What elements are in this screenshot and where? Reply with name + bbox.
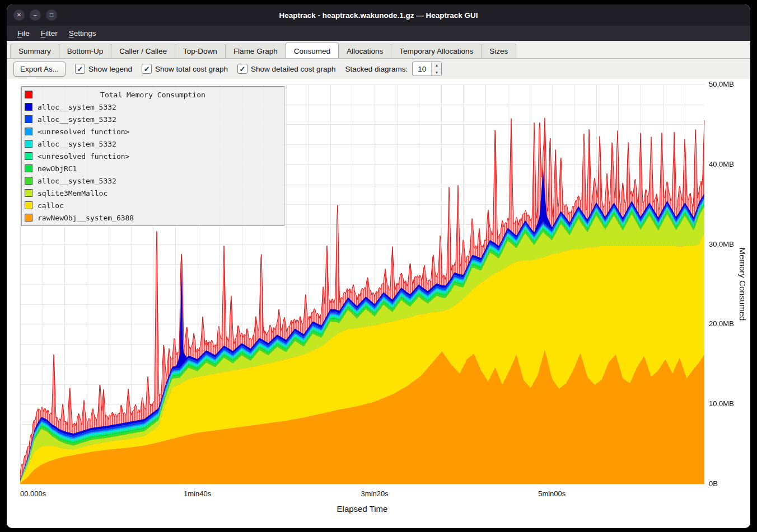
tab-allocations[interactable]: Allocations: [338, 44, 391, 58]
legend-swatch: [25, 115, 32, 123]
checkbox-label: Show total cost graph: [155, 65, 228, 73]
legend-swatch: [25, 164, 32, 172]
maximize-button-icon[interactable]: □: [46, 10, 57, 21]
legend-label: alloc__system_5332: [38, 115, 116, 124]
stacked-diagrams-spinbox[interactable]: 10 ▲▼: [412, 62, 442, 76]
legend-label: newObjRC1: [38, 164, 77, 173]
checkbox-icon: ✓: [142, 64, 152, 74]
legend-item: alloc__system_5332: [22, 175, 284, 187]
spin-up-icon[interactable]: ▲: [432, 62, 441, 69]
legend-swatch: [25, 128, 32, 135]
tab-consumed[interactable]: Consumed: [286, 43, 339, 58]
checkbox-label: Show detailed cost graph: [251, 65, 336, 73]
window-controls: ✕–□: [13, 10, 57, 21]
legend-label: alloc__system_5332: [38, 103, 116, 111]
legend-label: calloc: [38, 201, 64, 210]
legend-swatch: [25, 91, 32, 98]
legend-label: sqlite3MemMalloc: [38, 189, 108, 197]
toolbar-checkboxes: ✓Show legend✓Show total cost graph✓Show …: [75, 64, 336, 74]
legend-swatch: [25, 189, 32, 197]
checkbox-icon: ✓: [75, 64, 85, 74]
legend-title: Total Memory Consumption: [100, 91, 205, 99]
stacked-diagrams-label: Stacked diagrams:: [345, 65, 408, 73]
legend-swatch: [25, 214, 32, 222]
spinbox-value[interactable]: 10: [413, 62, 431, 76]
menu-file[interactable]: File: [12, 27, 35, 39]
y-tick-label: 30,0MB: [709, 240, 734, 248]
minimize-button-icon[interactable]: –: [30, 10, 41, 21]
legend-label: <unresolved function>: [38, 152, 129, 161]
x-tick-label: 1min40s: [184, 489, 211, 498]
legend-label: rawNewObj__system_6388: [38, 214, 134, 222]
tab-sizes[interactable]: Sizes: [481, 44, 516, 58]
legend-item: <unresolved function>: [22, 125, 284, 138]
chart-legend: Total Memory Consumptionalloc__system_53…: [21, 86, 284, 226]
legend-label: alloc__system_5332: [38, 140, 116, 148]
tab-bottom-up[interactable]: Bottom-Up: [59, 44, 112, 58]
legend-item: <unresolved function>: [22, 150, 284, 162]
legend-item: alloc__system_5332: [22, 101, 284, 113]
checkbox-show-total-cost-graph[interactable]: ✓Show total cost graph: [142, 64, 228, 74]
y-tick-label: 20,0MB: [709, 319, 734, 328]
x-tick-label: 5min00s: [538, 489, 566, 498]
legend-item: calloc: [22, 199, 284, 211]
close-button-icon[interactable]: ✕: [13, 10, 25, 21]
menu-settings[interactable]: Settings: [64, 27, 101, 39]
checkbox-show-legend[interactable]: ✓Show legend: [75, 64, 132, 74]
y-tick-label: 0B: [709, 479, 718, 488]
x-tick-label: 00.000s: [20, 489, 46, 498]
legend-swatch: [25, 140, 32, 148]
chart-area: Total Memory Consumptionalloc__system_53…: [7, 79, 750, 528]
x-axis-label: Elapsed Time: [337, 504, 388, 514]
tab-flame-graph[interactable]: Flame Graph: [225, 44, 286, 58]
export-as-button[interactable]: Export As...: [13, 62, 66, 77]
tab-temporary-allocations[interactable]: Temporary Allocations: [391, 44, 482, 58]
tab-summary[interactable]: Summary: [10, 44, 59, 58]
y-axis-label: Memory Consumed: [738, 248, 747, 321]
legend-label: alloc__system_5332: [38, 177, 116, 185]
tab-caller-callee[interactable]: Caller / Callee: [111, 44, 175, 58]
checkbox-show-detailed-cost-graph[interactable]: ✓Show detailed cost graph: [237, 64, 336, 74]
x-tick-label: 3min20s: [361, 489, 389, 498]
tab-bar: SummaryBottom-UpCaller / CalleeTop-DownF…: [7, 41, 750, 59]
y-tick-label: 50,0MB: [709, 80, 734, 88]
y-tick-label: 40,0MB: [709, 160, 734, 168]
legend-item: alloc__system_5332: [22, 113, 284, 125]
spin-down-icon[interactable]: ▼: [432, 69, 441, 76]
legend-item: newObjRC1: [22, 162, 284, 175]
legend-label: <unresolved function>: [38, 128, 129, 136]
legend-item: alloc__system_5332: [22, 138, 284, 150]
app-window: ✕–□ Heaptrack - heaptrack.wakunode.1.gz …: [7, 4, 750, 528]
legend-item: sqlite3MemMalloc: [22, 187, 284, 199]
legend-swatch: [25, 201, 32, 209]
legend-swatch: [25, 177, 32, 185]
legend-swatch: [25, 103, 32, 111]
y-tick-label: 10,0MB: [709, 399, 734, 408]
spin-buttons: ▲▼: [431, 62, 441, 76]
menu-bar: FileFilterSettings: [7, 26, 750, 41]
window-title: Heaptrack - heaptrack.wakunode.1.gz — He…: [7, 11, 750, 20]
checkbox-label: Show legend: [88, 65, 132, 73]
menu-filter[interactable]: Filter: [36, 27, 63, 39]
legend-title-row: Total Memory Consumption: [22, 88, 284, 101]
tab-top-down[interactable]: Top-Down: [175, 44, 226, 58]
checkbox-icon: ✓: [237, 64, 247, 74]
legend-swatch: [25, 152, 32, 160]
legend-item: rawNewObj__system_6388: [22, 211, 284, 224]
title-bar[interactable]: ✕–□ Heaptrack - heaptrack.wakunode.1.gz …: [7, 4, 750, 26]
toolbar: Export As... ✓Show legend✓Show total cos…: [7, 59, 750, 79]
